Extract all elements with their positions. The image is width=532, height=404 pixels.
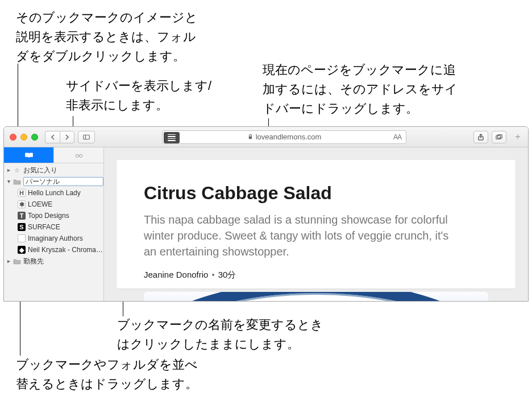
toolbar-right: ＋ — [473, 130, 525, 144]
sidebar-item-work[interactable]: 勤務先 — [4, 255, 103, 267]
star-icon: ☆ — [13, 166, 21, 174]
svg-rect-5 — [497, 134, 502, 138]
lock-icon — [247, 134, 253, 140]
toolbar: loveandlemons.com AA ＋ — [4, 127, 528, 147]
minimize-window-button[interactable] — [20, 134, 27, 141]
tabs-button[interactable] — [492, 131, 506, 143]
address-bar[interactable]: loveandlemons.com AA — [162, 130, 406, 144]
svg-rect-4 — [496, 135, 501, 139]
bookmarks-sidebar: ☆ お気に入り パーソナル H Hello Lunch Lady ✱ LOEWE — [4, 147, 104, 301]
sidebar-item-label: Hello Lunch Lady — [28, 189, 103, 197]
sidebar-item-label: Topo Designs — [28, 212, 103, 220]
favicon-icon: H — [18, 189, 26, 197]
address-bar-wrap: loveandlemons.com AA — [98, 130, 470, 144]
plate-rim — [144, 292, 488, 301]
window-body: ☆ お気に入り パーソナル H Hello Lunch Lady ✱ LOEWE — [4, 147, 528, 301]
favicon-icon: T — [18, 212, 26, 220]
article-author: Jeanine Donofrio — [144, 270, 208, 279]
folder-icon — [13, 178, 21, 185]
callout-reorder: ブックマークやフォルダを並べ替えるときはドラッグします。 — [16, 355, 203, 394]
disclosure-triangle-icon[interactable] — [6, 259, 11, 263]
sidebar-bookmark-item[interactable]: Imaginary Authors — [4, 233, 103, 244]
reader-mode-button[interactable] — [164, 132, 180, 143]
sidebar-item-personal[interactable]: パーソナル — [4, 176, 103, 187]
callout-rename: ブックマークの名前を変更するときはクリックしたままにします。 — [117, 315, 333, 354]
callout-sidebar-toggle: サイドバーを表示します/非表示にします。 — [66, 76, 214, 115]
new-tab-button[interactable]: ＋ — [511, 130, 525, 144]
sidebar-bookmark-item[interactable]: ✱ LOEWE — [4, 199, 103, 210]
article-time: 30分 — [218, 270, 236, 279]
nav-buttons — [45, 131, 74, 143]
maximize-window-button[interactable] — [31, 134, 38, 141]
disclosure-triangle-icon[interactable] — [6, 179, 11, 184]
disclosure-triangle-icon[interactable] — [6, 168, 11, 172]
glasses-icon — [74, 152, 84, 159]
svg-rect-0 — [84, 135, 90, 139]
callout-drag-url: 現在のページをブックマークに追加するには、そのアドレスをサイドバーにドラッグしま… — [263, 60, 467, 118]
sidebar-item-label: お気に入り — [23, 166, 103, 175]
window-controls — [10, 134, 38, 141]
tab-bookmarks[interactable] — [4, 147, 54, 163]
sidebar-bookmark-item[interactable]: S SURFACE — [4, 221, 103, 233]
favicon-icon — [18, 234, 26, 242]
meta-separator: • — [211, 270, 214, 279]
sidebar-item-favorites[interactable]: ☆ お気に入り — [4, 164, 103, 176]
sidebar-item-label-editing[interactable]: パーソナル — [23, 177, 103, 186]
sidebar-bookmark-item[interactable]: ◆ Neil Kryszak - Chromatic E… — [4, 244, 103, 255]
content-area: Citrus Cabbage Salad This napa cabbage s… — [104, 147, 528, 301]
sidebar-item-label: Imaginary Authors — [28, 234, 103, 242]
sidebar-tabs — [4, 147, 103, 163]
favicon-icon: ◆ — [18, 246, 26, 254]
article-title: Citrus Cabbage Salad — [144, 183, 488, 204]
favicon-icon: S — [18, 223, 26, 231]
article-photo — [144, 292, 488, 301]
folder-icon — [13, 257, 21, 265]
book-icon — [24, 152, 34, 159]
share-button[interactable] — [473, 131, 488, 143]
svg-point-7 — [79, 154, 82, 157]
svg-rect-2 — [248, 137, 252, 139]
forward-button[interactable] — [60, 131, 74, 143]
article-meta: Jeanine Donofrio•30分 — [144, 270, 488, 281]
sidebar-toggle-button[interactable] — [78, 131, 95, 143]
sidebar-item-label: 勤務先 — [23, 257, 103, 266]
sidebar-bookmark-item[interactable]: T Topo Designs — [4, 210, 103, 221]
sidebar-item-label: Neil Kryszak - Chromatic E… — [28, 246, 103, 254]
sidebar-item-label: LOEWE — [28, 200, 103, 208]
svg-point-6 — [76, 154, 78, 157]
close-window-button[interactable] — [10, 134, 16, 141]
address-url: loveandlemons.com — [256, 133, 322, 141]
sidebar-bookmark-item[interactable]: H Hello Lunch Lady — [4, 187, 103, 199]
sidebar-list: ☆ お気に入り パーソナル H Hello Lunch Lady ✱ LOEWE — [4, 163, 103, 301]
sidebar-item-label: SURFACE — [28, 223, 103, 231]
reader-card: Citrus Cabbage Salad This napa cabbage s… — [117, 160, 516, 288]
article-lead: This napa cabbage salad is a stunning sh… — [144, 212, 462, 259]
back-button[interactable] — [45, 131, 60, 143]
safari-window: loveandlemons.com AA ＋ — [3, 126, 529, 302]
callout-doubleclick-folder: そのブックマークのイメージと説明を表示するときは、フォルダをダブルクリックします… — [16, 8, 203, 66]
favicon-icon: ✱ — [18, 200, 26, 208]
tab-reading-list[interactable] — [54, 147, 103, 163]
text-size-button[interactable]: AA — [393, 133, 401, 141]
